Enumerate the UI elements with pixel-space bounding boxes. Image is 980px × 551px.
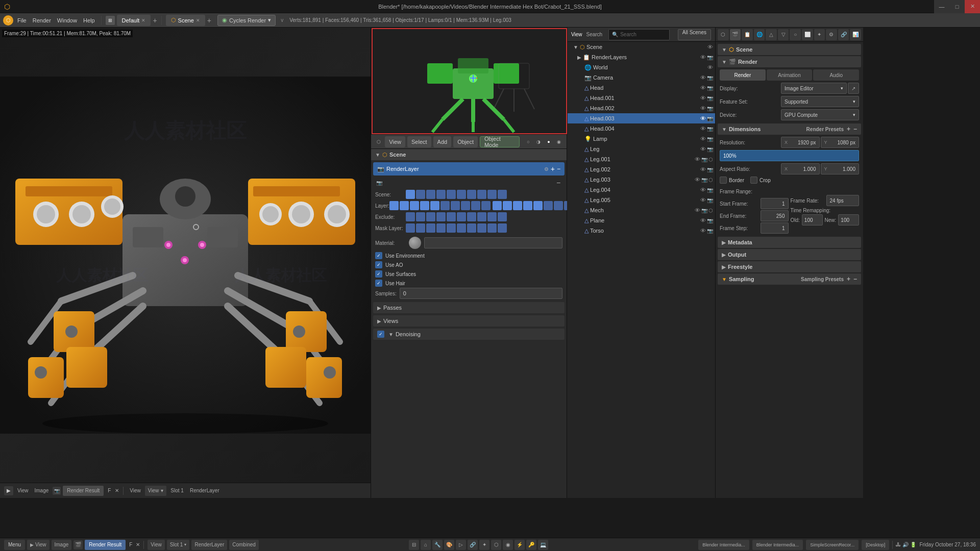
- head003-eye-icon[interactable]: 👁: [700, 115, 706, 121]
- render-presets-label[interactable]: Render Presets: [806, 127, 844, 132]
- taskbar-center-icon8[interactable]: ⬡: [491, 540, 501, 550]
- tree-item-world[interactable]: 🌐 World 👁: [567, 62, 715, 72]
- taskbar-f-key[interactable]: F: [128, 542, 134, 547]
- render-layer-remove[interactable]: −: [557, 165, 560, 172]
- mech-extra-icon[interactable]: ⬡: [708, 208, 713, 213]
- passes-row[interactable]: ▶ Passes: [373, 302, 565, 313]
- render-presets-remove[interactable]: −: [853, 126, 857, 133]
- outliner-view-tab[interactable]: View: [571, 32, 582, 37]
- taskbar-close-icon[interactable]: ✕: [136, 542, 140, 547]
- freestyle-section[interactable]: ▶ Freestyle: [718, 261, 861, 272]
- props-tab-physics[interactable]: ⚙: [826, 29, 837, 40]
- taskbar-center-icon12[interactable]: 💻: [538, 540, 548, 550]
- props-tab-material[interactable]: ○: [790, 29, 801, 40]
- scene-tab[interactable]: ⬡ Scene ✕: [166, 15, 205, 26]
- render-layer-add[interactable]: +: [551, 165, 555, 173]
- taskbar-render-result-btn[interactable]: Render Result: [85, 540, 126, 550]
- tree-item-leg005[interactable]: △ Leg.005 👁 📷: [567, 195, 715, 205]
- render-layer-label[interactable]: Slot 1: [168, 488, 186, 493]
- outliner-search-box[interactable]: 🔍 Search: [608, 29, 670, 40]
- start-frame-field[interactable]: 1: [761, 198, 789, 209]
- sampling-presets-remove[interactable]: −: [853, 276, 857, 283]
- minimize-btn[interactable]: —: [934, 0, 949, 13]
- f-key[interactable]: F: [106, 488, 113, 493]
- border-checkbox[interactable]: [720, 177, 727, 184]
- tree-item-head004[interactable]: △ Head.004 👁 📷: [567, 123, 715, 134]
- aspect-y-field[interactable]: Y 1.000: [821, 163, 860, 174]
- workspace-add-btn[interactable]: +: [153, 16, 157, 24]
- mech-eye-icon[interactable]: 👁: [695, 207, 700, 213]
- render-tab-audio[interactable]: Audio: [813, 69, 859, 81]
- viewport-close-icon[interactable]: ✕: [115, 488, 119, 493]
- torso-render-icon[interactable]: 📷: [707, 228, 713, 234]
- viewport-view-btn[interactable]: View: [15, 488, 31, 493]
- render-result-tab[interactable]: Render Result: [63, 486, 104, 496]
- leg004-eye-icon[interactable]: 👁: [700, 187, 706, 193]
- metadata-section[interactable]: ▶ Metadata: [718, 237, 861, 248]
- taskbar-center-icon4[interactable]: 🎨: [444, 540, 454, 550]
- taskbar-center-icon6[interactable]: 🔗: [468, 540, 478, 550]
- resolution-y-field[interactable]: Y 1080 px: [821, 137, 860, 148]
- props-tab-data[interactable]: 📊: [850, 29, 861, 40]
- plane-render-icon[interactable]: 📷: [707, 218, 713, 223]
- taskbar-combined-btn[interactable]: Combined: [229, 540, 259, 550]
- props-render-header[interactable]: ▼ 🎬 Render: [718, 56, 861, 67]
- menu-window[interactable]: Window: [55, 17, 79, 23]
- frame-rate-field[interactable]: 24 fps: [826, 195, 860, 206]
- engine-selector[interactable]: ◉ Cycles Render ▾: [217, 15, 276, 26]
- views-row[interactable]: ▶ Views: [373, 315, 565, 327]
- tree-item-mech[interactable]: △ Mech 👁 📷 ⬡: [567, 205, 715, 215]
- head004-eye-icon[interactable]: 👁: [700, 126, 706, 132]
- feature-set-value[interactable]: Supported ▾: [781, 96, 859, 107]
- head004-render-icon[interactable]: 📷: [707, 126, 713, 132]
- new-field[interactable]: 100: [838, 214, 859, 226]
- torso-eye-icon[interactable]: 👁: [700, 228, 706, 234]
- denoising-row[interactable]: ▼ Denoising: [373, 329, 565, 340]
- leg002-render-icon[interactable]: 📷: [707, 167, 713, 172]
- leg003-render-icon[interactable]: 📷: [701, 177, 707, 183]
- use-ao-checkbox[interactable]: [375, 261, 382, 268]
- tree-item-leg[interactable]: △ Leg 👁 📷: [567, 144, 715, 154]
- camera-eye-icon[interactable]: 👁: [700, 74, 706, 81]
- use-hair-checkbox[interactable]: [375, 280, 382, 287]
- leg003-extra-icon[interactable]: ⬡: [708, 177, 713, 183]
- render-layer-settings[interactable]: ⚙: [544, 166, 549, 172]
- combined-label[interactable]: RenderLayer: [188, 488, 222, 493]
- object-btn[interactable]: Object: [453, 136, 478, 147]
- props-tab-mesh[interactable]: ▽: [778, 29, 789, 40]
- taskbar-center-icon9[interactable]: ◉: [503, 540, 513, 550]
- taskbar-left-panel[interactable]: ▶ View: [27, 540, 50, 550]
- camera-render-icon[interactable]: 📷: [707, 75, 713, 81]
- tree-item-leg001[interactable]: △ Leg.001 👁 📷 ⬡: [567, 154, 715, 164]
- display-expand-icon[interactable]: ↗: [848, 83, 859, 94]
- tree-item-plane[interactable]: △ Plane 👁 📷: [567, 215, 715, 226]
- props-tab-world[interactable]: 🌐: [754, 29, 765, 40]
- tree-item-head001[interactable]: △ Head.001 👁 📷: [567, 93, 715, 103]
- display-value[interactable]: Image Editor ▾: [781, 83, 847, 94]
- tree-item-camera[interactable]: 📷 Camera 👁 📷: [567, 72, 715, 83]
- leg005-render-icon[interactable]: 📷: [707, 197, 713, 203]
- taskbar-screen-recorder[interactable]: SimpleScreenRecor...: [806, 540, 859, 550]
- leg-eye-icon[interactable]: 👁: [700, 146, 706, 152]
- head001-render-icon[interactable]: 📷: [707, 95, 713, 101]
- lamp-render-icon[interactable]: 📷: [707, 136, 713, 142]
- view-btn[interactable]: View: [385, 136, 405, 147]
- head002-eye-icon[interactable]: 👁: [700, 105, 706, 111]
- plane-eye-icon[interactable]: 👁: [700, 217, 706, 223]
- material-field[interactable]: [424, 237, 562, 248]
- head002-render-icon[interactable]: 📷: [707, 106, 713, 111]
- use-surfaces-checkbox[interactable]: [375, 270, 382, 278]
- taskbar-center-icon3[interactable]: 🔧: [432, 540, 443, 550]
- props-tab-scene[interactable]: ⬡: [718, 29, 729, 40]
- tree-item-torso[interactable]: △ Torso 👁 📷: [567, 226, 715, 236]
- select-btn[interactable]: Select: [407, 136, 431, 147]
- tree-item-leg003[interactable]: △ Leg.003 👁 📷 ⬡: [567, 174, 715, 185]
- old-field[interactable]: 100: [802, 214, 823, 226]
- taskbar-slot-btn[interactable]: Slot 1 ▾: [167, 540, 190, 550]
- head-eye-icon[interactable]: 👁: [700, 85, 706, 91]
- aspect-x-field[interactable]: X 1.000: [781, 163, 820, 174]
- props-scene-header[interactable]: ▼ ⬡ Scene: [718, 44, 861, 55]
- taskbar-center-icon10[interactable]: ⚡: [514, 540, 525, 550]
- device-value[interactable]: GPU Compute ▾: [781, 109, 859, 120]
- taskbar-image-btn[interactable]: Image: [52, 540, 72, 550]
